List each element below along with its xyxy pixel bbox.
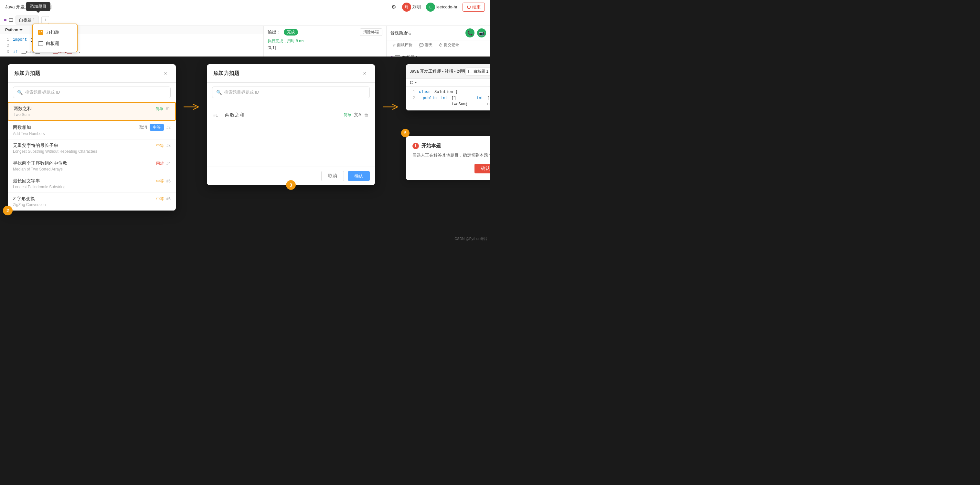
dialog3-wrapper: Java 开发工程师 - 社招 - 刘明 白板题 1 LC 两数之和 ▶ ×: [406, 64, 490, 111]
dialog2-search-row: 🔍 搜索题目标题或 ID: [212, 87, 370, 98]
dropdown-whiteboard-item[interactable]: 白板题: [33, 38, 77, 49]
add-tab-dropdown: LC 力扣题 白板题: [32, 24, 78, 52]
problem-5-en: Longest Palindromic Substring: [13, 185, 65, 189]
problem-item-4[interactable]: 寻找两个正序数组的中位数 困难 #4 Median of Two Sorted …: [8, 157, 176, 175]
dialog3-whiteboard-tab[interactable]: 白板题 1: [465, 68, 490, 76]
exec-time: 执行完成，用时 8 ms: [267, 38, 382, 44]
end-session-button[interactable]: ⏻ 结束: [463, 3, 485, 12]
problem-5-name: 最长回文字串: [13, 178, 40, 184]
dialog3-title: Java 开发工程师 - 社招 - 刘明: [410, 68, 465, 74]
whiteboard-small-icon: [38, 41, 43, 46]
add-problem-dialog-2: 添加力扣题 × 🔍 搜索题目标题或 ID #1 两数之和 简单 文A 🗑 取消 …: [207, 64, 375, 185]
problem-1-id: #1: [166, 106, 170, 111]
add-tooltip: 添加题目: [26, 2, 51, 11]
user2-name: leetcode-hr: [436, 5, 457, 10]
whiteboard-link: 白板题 1: [390, 52, 486, 57]
problem-5-difficulty: 中等: [156, 179, 164, 184]
problem-2-name: 两数相加: [13, 125, 31, 130]
arrow-1-2: [184, 64, 199, 111]
tab-whiteboard[interactable]: 白板题 1: [16, 16, 39, 25]
chat-nav-item[interactable]: 💬 聊天: [416, 40, 436, 50]
bottom-section: 2 添加力扣题 × 🔍 搜索题目标题或 ID 两数之和 简单 #1: [0, 57, 490, 218]
problem-4-en: Median of Two Sorted Arrays: [13, 167, 63, 171]
dialog2-prob-difficulty: 简单: [344, 113, 352, 118]
add-problem-dialog-1: 添加力扣题 × 🔍 搜索题目标题或 ID 两数之和 简单 #1: [8, 64, 176, 211]
header-right: ⚙ 刘 刘明 L leetcode-hr ⏻ 结束: [390, 3, 485, 12]
user2-avatar: L: [426, 3, 435, 12]
col-mid: 3 添加力扣题 × 🔍 搜索题目标题或 ID #1 两数之和 简单 文A 🗑: [207, 64, 375, 185]
problem-item-1[interactable]: 两数之和 简单 #1 Two Sum: [8, 102, 176, 121]
problem-item-3[interactable]: 无重复字符的最长子串 中等 #3 Longest Substring Witho…: [8, 139, 176, 157]
dialog1-problem-list: 两数之和 简单 #1 Two Sum 两数相加 取消 中等: [8, 102, 176, 211]
problem-1-en: Two Sum: [14, 113, 30, 117]
output-section: 输出： 完成 清除终端 执行完成，用时 8 ms [0,1]: [264, 26, 387, 57]
dialog2-prob-actions: 简单 文A 🗑: [344, 112, 369, 118]
dialog2-confirm-button[interactable]: 确认: [348, 171, 370, 181]
start-dialog-title: 开始本题: [422, 143, 441, 149]
problem-4-name: 寻找两个正序数组的中位数: [13, 160, 67, 166]
clear-terminal-button[interactable]: 清除终端: [360, 29, 382, 36]
start-problem-dialog: i 开始本题 候选人正在解答其他题目，确定切到本题？ 确认 取消: [406, 136, 490, 180]
badge-3: 3: [286, 180, 296, 190]
lang-chevron-icon[interactable]: ▼: [414, 81, 417, 84]
problem-3-name: 无重复字符的最长子串: [13, 143, 58, 149]
status-badge: 完成: [284, 29, 298, 35]
problem-2-medium-btn[interactable]: 中等: [150, 124, 164, 131]
problem-item-5[interactable]: 最长回文字串 中等 #5 Longest Palindromic Substri…: [8, 175, 176, 193]
translate-icon[interactable]: 文A: [354, 112, 361, 118]
output-value: [0,1]: [267, 45, 382, 50]
editor-dialog-3: Java 开发工程师 - 社招 - 刘明 白板题 1 LC 两数之和 ▶ ×: [406, 64, 490, 111]
problem-item-2[interactable]: 两数相加 取消 中等 #2 Add Two Numbers: [8, 121, 176, 139]
delete-icon[interactable]: 🗑: [364, 113, 369, 117]
problem-2-id: #2: [167, 125, 171, 130]
dialog2-close-button[interactable]: ×: [361, 70, 369, 77]
problem-4-id: #4: [167, 161, 171, 166]
dialog2-prob-num: #1: [213, 113, 221, 117]
user1-avatar: 刘: [402, 3, 411, 12]
start-dialog-header: i 开始本题: [412, 143, 490, 149]
dialog1-close-button[interactable]: ×: [162, 70, 169, 77]
dialog2-problem-row: #1 两数之和 简单 文A 🗑: [207, 102, 375, 128]
add-tab-button[interactable]: +: [41, 16, 49, 24]
settings-icon[interactable]: ⚙: [390, 4, 397, 10]
problem-3-id: #3: [167, 143, 171, 148]
lc-icon: LC: [38, 30, 43, 35]
tab-dot: [4, 19, 6, 21]
problem-1-difficulty: 简单: [156, 106, 163, 112]
start-dialog-wrapper: 5 i 开始本题 候选人正在解答其他题目，确定切到本题？ 确认 取消: [406, 134, 490, 180]
history-nav-item[interactable]: ⏱ 提交记录: [436, 40, 463, 50]
dropdown-lc-item[interactable]: LC 力扣题: [33, 27, 77, 38]
whiteboard-tab-icon: [468, 70, 472, 73]
video-button[interactable]: 📷: [477, 29, 486, 38]
right-nav: ☆ 面试评价 💬 聊天 ⏱ 提交记录: [387, 40, 490, 50]
language-select[interactable]: Python Java C++ C: [4, 27, 24, 33]
search-icon: 🔍: [17, 90, 22, 95]
dialog2-search-icon: 🔍: [216, 90, 222, 95]
power-icon: ⏻: [467, 5, 471, 10]
problem-item-6[interactable]: Z 字形变换 中等 #6 ZigZag Conversion: [8, 193, 176, 211]
problem-2-en: Add Two Numbers: [13, 132, 45, 136]
header-bar: Java 开发工程师 - 刘明 添加题目 ⚙ 刘 刘明 L leetcode-h…: [0, 0, 490, 14]
problem-2-cancel[interactable]: 取消: [139, 125, 147, 130]
output-label: 输出：: [267, 29, 281, 35]
problem-6-en: ZigZag Conversion: [13, 203, 46, 207]
dialog2-prob-name: 两数之和: [225, 112, 340, 118]
eval-nav-item[interactable]: ☆ 面试评价: [389, 40, 416, 50]
badge-5: 5: [401, 129, 409, 137]
start-confirm-button[interactable]: 确认: [474, 164, 490, 173]
dialog3-lang: C: [410, 80, 413, 85]
dialog1-search-row: 🔍 搜索题目标题或 ID: [13, 87, 171, 98]
problem-5-id: #5: [167, 179, 171, 184]
problem-6-difficulty: 中等: [156, 197, 164, 202]
dialog2-cancel-button[interactable]: 取消: [321, 171, 344, 181]
dialog2-search-input[interactable]: 搜索题目标题或 ID: [224, 89, 366, 95]
dialog3-code[interactable]: 1 class Solution { 2 public int [] twoSu…: [406, 87, 490, 111]
badge-2: 2: [3, 206, 13, 216]
dialog2-title: 添加力扣题: [213, 70, 239, 77]
dialog3-header: Java 开发工程师 - 社招 - 刘明 白板题 1 LC 两数之和 ▶ ×: [406, 64, 490, 79]
phone-button[interactable]: 📞: [465, 29, 474, 38]
problem-3-en: Longest Substring Without Repeating Char…: [13, 149, 97, 154]
user1-name: 刘明: [412, 4, 421, 10]
dialog2-header: 添加力扣题 ×: [207, 64, 375, 82]
dialog1-search-input[interactable]: 搜索题目标题或 ID: [25, 89, 167, 95]
